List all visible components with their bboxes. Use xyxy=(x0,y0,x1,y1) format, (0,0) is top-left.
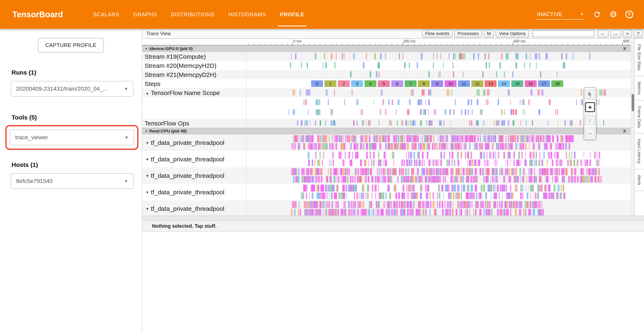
row-track[interactable] xyxy=(246,184,631,200)
step-block-10[interactable]: 10 xyxy=(444,80,456,87)
timing-tool-icon[interactable]: ↔ xyxy=(585,128,595,138)
trace-canvas-tf-ops[interactable] xyxy=(246,119,631,128)
chevron-down-icon: ▼ xyxy=(124,135,128,140)
row-track[interactable] xyxy=(246,70,631,79)
caret-down-icon[interactable]: ▾ xyxy=(146,91,148,96)
trace-search-input[interactable] xyxy=(532,30,594,37)
tab-scalars[interactable]: SCALARS xyxy=(86,0,126,29)
row-track[interactable] xyxy=(246,151,631,167)
caret-down-icon[interactable]: ▾ xyxy=(146,140,148,145)
step-block-14[interactable]: 14 xyxy=(498,80,510,87)
selection-tool-icon[interactable] xyxy=(585,90,595,99)
tensorboard-app: TensorBoard SCALARS GRAPHS DISTRIBUTIONS… xyxy=(0,0,644,333)
step-block-7[interactable]: 7 xyxy=(404,80,416,87)
ruler-label: 400 ms xyxy=(514,39,526,44)
hosts-dropdown[interactable]: 8efc5e791540 ▼ xyxy=(11,173,134,189)
tools-dropdown[interactable]: trace_viewer ▼ xyxy=(10,130,134,145)
trace-canvas-stream21[interactable] xyxy=(246,70,631,79)
metadata-button[interactable]: M xyxy=(484,30,494,38)
capture-profile-button[interactable]: CAPTURE PROFILE xyxy=(38,38,104,52)
trace-canvas-stream19[interactable] xyxy=(246,52,631,61)
trace-canvas-threadpool-4[interactable] xyxy=(246,184,631,200)
caret-down-icon[interactable]: ▾ xyxy=(146,173,148,178)
empty-selection-message: Nothing selected. Tap stuff. xyxy=(152,223,216,229)
step-block-12[interactable]: 12 xyxy=(471,80,483,87)
vertical-scrollbar[interactable] xyxy=(631,39,634,216)
row-track[interactable] xyxy=(246,134,631,151)
step-block-17[interactable]: 17 xyxy=(538,80,550,87)
step-block-9[interactable]: 9 xyxy=(431,80,443,87)
processes-button[interactable]: Processes xyxy=(454,30,482,38)
tab-input-latency[interactable]: Input Latency xyxy=(634,134,644,170)
caret-down-icon[interactable]: ▾ xyxy=(146,190,148,195)
row-track[interactable] xyxy=(246,97,631,119)
step-block-1[interactable]: 1 xyxy=(324,80,336,87)
tab-alerts[interactable]: Alerts xyxy=(634,170,644,191)
trace-canvas-threadpool-2[interactable] xyxy=(246,151,631,167)
ruler-tick xyxy=(590,44,590,45)
view-options-button[interactable]: View Options xyxy=(496,30,529,38)
zoom-tool-icon[interactable]: + xyxy=(585,102,595,112)
status-dropdown-value: INACTIVE xyxy=(537,11,562,18)
trace-canvas-threadpool-5[interactable] xyxy=(246,200,631,216)
step-block-6[interactable]: 6 xyxy=(391,80,403,87)
ruler-tick xyxy=(463,44,463,45)
row-track[interactable] xyxy=(246,119,631,128)
cpu-section-header[interactable]: ▾ /host:CPU (pid 49) X xyxy=(142,128,631,134)
runs-dropdown[interactable]: 20200409-231431/train/2020_04_... ▼ xyxy=(11,81,134,97)
panel-splitter[interactable] xyxy=(142,216,644,221)
ruler-tick xyxy=(254,44,254,45)
trace-help-button[interactable]: ? xyxy=(634,30,643,38)
row-track[interactable] xyxy=(246,200,631,216)
scrollbar-thumb[interactable] xyxy=(632,94,634,111)
row-track[interactable] xyxy=(246,61,631,70)
row-track[interactable] xyxy=(246,167,631,184)
tab-distributions[interactable]: DISTRIBUTIONS xyxy=(164,0,222,29)
row-track[interactable] xyxy=(246,88,631,97)
ruler-tick xyxy=(375,44,375,45)
gpu-close-button[interactable]: X xyxy=(623,46,626,51)
ruler-tick xyxy=(386,44,386,45)
step-block-13[interactable]: 13 xyxy=(484,80,496,87)
content-area: CAPTURE PROFILE Runs (1) 20200409-231431… xyxy=(0,29,644,333)
gpu-section-header[interactable]: ▾ /device:GPU:0 (pid 0) X xyxy=(142,45,631,52)
pan-tool-icon[interactable]: ↓ xyxy=(585,115,595,125)
tab-frame-data[interactable]: Frame Data xyxy=(634,100,644,134)
ruler-tick xyxy=(309,44,310,45)
step-block-15[interactable]: 15 xyxy=(511,80,523,87)
step-block-4[interactable]: 4 xyxy=(364,80,376,87)
step-block-18[interactable]: 18 xyxy=(551,80,563,87)
trace-row-stream20: Stream #20(MemcpyH2D) xyxy=(142,61,631,70)
step-block-5[interactable]: 5 xyxy=(378,80,390,87)
trace-viewer: Trace View Flow events Processes M View … xyxy=(142,29,644,333)
help-icon[interactable]: ? xyxy=(626,10,633,18)
nav-forward-button[interactable]: → xyxy=(610,30,621,38)
trace-canvas-stream20[interactable] xyxy=(246,61,631,70)
trace-canvas-namescope-depth[interactable] xyxy=(246,97,631,119)
row-track[interactable] xyxy=(246,52,631,61)
cpu-close-button[interactable]: X xyxy=(623,129,626,134)
step-block-8[interactable]: 8 xyxy=(418,80,430,87)
trace-canvas-namescope[interactable] xyxy=(246,88,631,97)
step-block-3[interactable]: 3 xyxy=(351,80,363,87)
step-block-2[interactable]: 2 xyxy=(338,80,350,87)
refresh-icon[interactable] xyxy=(593,10,601,18)
nav-back-button[interactable]: ← xyxy=(598,30,608,38)
steps-track[interactable]: 0123456789101112131415161718 xyxy=(246,79,631,88)
tab-histograms[interactable]: HISTOGRAMS xyxy=(222,0,273,29)
step-block-16[interactable]: 16 xyxy=(525,80,537,87)
trace-canvas-threadpool-3[interactable] xyxy=(246,167,631,184)
flow-events-button[interactable]: Flow events xyxy=(422,30,452,38)
tab-graphs[interactable]: GRAPHS xyxy=(126,0,164,29)
status-dropdown[interactable]: INACTIVE ▼ xyxy=(536,10,585,20)
tab-profile[interactable]: PROFILE xyxy=(273,0,311,29)
step-block-11[interactable]: 11 xyxy=(458,80,470,87)
tab-file-size-stats[interactable]: File Size Stats xyxy=(634,39,644,76)
step-block-0[interactable]: 0 xyxy=(311,80,323,87)
gear-icon[interactable]: ⚙ xyxy=(610,10,617,19)
caret-down-icon[interactable]: ▾ xyxy=(146,157,148,162)
more-button[interactable]: » xyxy=(623,30,632,38)
caret-down-icon[interactable]: ▾ xyxy=(146,206,148,211)
trace-canvas-threadpool-1[interactable] xyxy=(246,134,631,151)
tab-metrics[interactable]: Metrics xyxy=(634,76,644,100)
